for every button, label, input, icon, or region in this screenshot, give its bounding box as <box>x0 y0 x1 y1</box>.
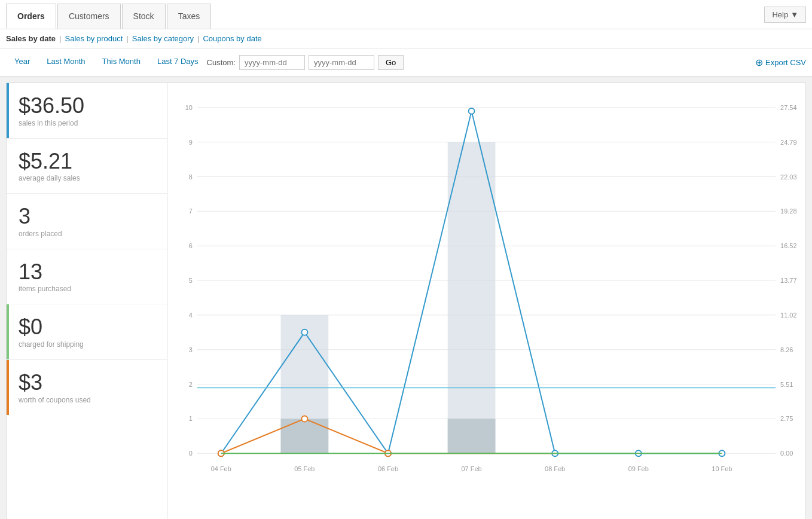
stat-label-coupons: worth of coupons used <box>19 396 155 404</box>
tab-taxes[interactable]: Taxes <box>167 4 212 29</box>
tab-stock[interactable]: Stock <box>122 4 166 29</box>
svg-text:06 Feb: 06 Feb <box>378 465 398 472</box>
tab-customers[interactable]: Customers <box>57 4 121 29</box>
top-bar: Orders Customers Stock Taxes Help ▼ <box>0 0 812 29</box>
svg-text:11.02: 11.02 <box>780 312 796 319</box>
sub-nav-sales-by-date[interactable]: Sales by date <box>6 34 56 43</box>
svg-text:22.03: 22.03 <box>780 173 796 181</box>
stat-orders: 3 orders placed <box>7 194 167 249</box>
svg-text:19.28: 19.28 <box>780 207 796 215</box>
svg-text:6: 6 <box>189 242 193 249</box>
sub-nav-coupons-by-date[interactable]: Coupons by date <box>203 34 261 43</box>
stats-panel: $36.50 sales in this period $5.21 averag… <box>6 83 167 519</box>
filter-tabs: Year Last Month This Month Last 7 Days C… <box>6 53 404 71</box>
chevron-down-icon: ▼ <box>790 10 798 19</box>
filter-bar: Year Last Month This Month Last 7 Days C… <box>0 48 812 77</box>
sales-chart: 0 1 2 3 4 5 6 7 8 9 10 0.00 2.75 5.51 8.… <box>173 89 799 496</box>
stat-bar-blue <box>7 83 9 138</box>
stat-items: 13 items purchased <box>7 249 167 305</box>
svg-text:9: 9 <box>189 139 193 146</box>
help-button[interactable]: Help ▼ <box>764 7 806 23</box>
svg-text:07 Feb: 07 Feb <box>462 465 482 472</box>
stat-value-items: 13 <box>19 260 155 284</box>
svg-text:4: 4 <box>189 312 193 319</box>
svg-text:10: 10 <box>185 104 193 111</box>
stat-label-total-sales: sales in this period <box>19 119 155 127</box>
svg-text:09 Feb: 09 Feb <box>628 465 649 472</box>
stat-label-items: items purchased <box>19 285 155 293</box>
stat-value-total-sales: $36.50 <box>19 94 155 118</box>
svg-text:5: 5 <box>189 277 193 284</box>
stat-shipping: $0 charged for shipping <box>7 304 167 360</box>
sub-nav: Sales by date | Sales by product | Sales… <box>0 29 812 48</box>
tab-orders[interactable]: Orders <box>6 4 56 29</box>
custom-label: Custom: <box>207 58 236 67</box>
filter-this-month[interactable]: This Month <box>94 53 149 71</box>
svg-text:2: 2 <box>189 381 193 388</box>
stat-bar-green <box>7 304 9 359</box>
svg-text:16.52: 16.52 <box>780 242 796 249</box>
filter-last-7-days[interactable]: Last 7 Days <box>149 53 207 71</box>
svg-text:10 Feb: 10 Feb <box>712 465 732 472</box>
svg-text:5.51: 5.51 <box>780 381 793 388</box>
custom-date-section: Custom: Go <box>207 55 404 70</box>
stat-value-shipping: $0 <box>19 315 155 339</box>
main-tabs: Orders Customers Stock Taxes <box>6 0 212 29</box>
svg-text:1: 1 <box>189 415 193 422</box>
dot-07feb-blue <box>469 108 475 114</box>
svg-text:0: 0 <box>189 450 193 457</box>
filter-last-month[interactable]: Last Month <box>38 53 93 71</box>
stat-avg-daily: $5.21 average daily sales <box>7 139 167 194</box>
dot-05feb-blue <box>301 329 307 335</box>
stat-label-shipping: charged for shipping <box>19 340 155 349</box>
export-csv-button[interactable]: ⊕ Export CSV <box>755 57 806 68</box>
svg-text:27.54: 27.54 <box>780 104 796 111</box>
custom-date-end[interactable] <box>309 55 374 70</box>
svg-text:8.26: 8.26 <box>780 346 793 353</box>
sub-nav-sales-by-category[interactable]: Sales by category <box>132 34 194 43</box>
stat-label-avg-daily: average daily sales <box>19 174 155 182</box>
svg-text:24.79: 24.79 <box>780 139 796 146</box>
svg-text:08 Feb: 08 Feb <box>545 465 565 472</box>
svg-text:05 Feb: 05 Feb <box>294 465 315 472</box>
sub-nav-sales-by-product[interactable]: Sales by product <box>65 34 123 43</box>
bar-07feb-dark <box>448 419 496 453</box>
svg-text:8: 8 <box>189 173 193 181</box>
bar-07feb-light <box>448 142 496 454</box>
svg-text:0.00: 0.00 <box>780 450 793 457</box>
dot-05feb-orange <box>301 416 307 422</box>
plus-circle-icon: ⊕ <box>755 57 763 68</box>
svg-text:13.77: 13.77 <box>780 277 796 284</box>
svg-text:04 Feb: 04 Feb <box>211 465 231 472</box>
stat-label-orders: orders placed <box>19 230 155 238</box>
filter-year[interactable]: Year <box>6 53 38 71</box>
main-content: $36.50 sales in this period $5.21 averag… <box>0 77 812 519</box>
bar-05feb-dark <box>280 419 328 453</box>
custom-date-start[interactable] <box>239 55 305 70</box>
stat-value-orders: 3 <box>19 204 155 228</box>
separator-2: | <box>126 34 128 43</box>
stat-coupons: $3 worth of coupons used <box>7 360 167 415</box>
separator-3: | <box>197 34 199 43</box>
stat-total-sales: $36.50 sales in this period <box>7 83 167 139</box>
go-button[interactable]: Go <box>378 55 404 70</box>
stat-value-coupons: $3 <box>19 371 155 395</box>
svg-text:2.75: 2.75 <box>780 415 793 422</box>
stat-value-avg-daily: $5.21 <box>19 149 155 173</box>
svg-text:3: 3 <box>189 346 193 353</box>
svg-text:7: 7 <box>189 207 193 215</box>
stat-bar-orange <box>7 360 9 415</box>
chart-panel: 0 1 2 3 4 5 6 7 8 9 10 0.00 2.75 5.51 8.… <box>167 83 806 519</box>
orange-coupons-line <box>221 419 555 453</box>
separator-1: | <box>59 34 61 43</box>
